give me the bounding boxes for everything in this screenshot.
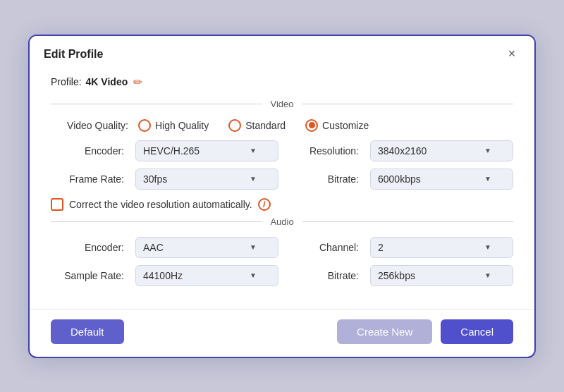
encoder-select[interactable]: HEVC/H.265 ▼: [135, 140, 278, 161]
create-new-button[interactable]: Create New: [337, 319, 432, 344]
samplerate-audiobitrate-row: Sample Rate: 44100Hz ▼ Bitrate: 256kbps …: [51, 265, 513, 286]
encoder-resolution-row: Encoder: HEVC/H.265 ▼ Resolution: 3840x2…: [51, 140, 513, 161]
audio-bitrate-label: Bitrate:: [286, 270, 363, 281]
radio-standard[interactable]: Standard: [228, 119, 286, 132]
edit-icon[interactable]: ✏: [133, 75, 142, 89]
channel-value: 2: [378, 242, 384, 253]
radio-circle-high: [138, 119, 151, 132]
sample-rate-select-box[interactable]: 44100Hz ▼: [135, 265, 278, 286]
dialog-title: Edit Profile: [44, 48, 103, 61]
framerate-bitrate-row: Frame Rate: 30fps ▼ Bitrate: 6000kbps ▼: [51, 169, 513, 190]
correct-resolution-checkbox[interactable]: [51, 198, 63, 211]
encoder-select-box[interactable]: HEVC/H.265 ▼: [135, 140, 278, 161]
radio-circle-standard: [228, 119, 241, 132]
sample-rate-arrow-icon: ▼: [250, 271, 257, 279]
divider-line-right: [302, 104, 514, 104]
audio-divider-line-left: [51, 221, 262, 222]
profile-row: Profile: 4K Video ✏: [51, 75, 513, 89]
profile-name: 4K Video: [86, 76, 128, 87]
audio-encoder-select-box[interactable]: AAC ▼: [135, 237, 278, 258]
radio-label-customize: Customize: [322, 120, 369, 131]
resolution-select[interactable]: 3840x2160 ▼: [370, 140, 513, 161]
video-section-divider: Video: [51, 99, 513, 109]
dialog-footer: Default Create New Cancel: [30, 309, 534, 357]
default-button[interactable]: Default: [51, 319, 124, 344]
resolution-value: 3840x2160: [378, 145, 427, 157]
divider-line-left: [51, 104, 262, 104]
audio-encoder-value: AAC: [143, 242, 164, 253]
resolution-arrow-icon: ▼: [484, 147, 491, 154]
video-quality-radio-group: High Quality Standard Customize: [138, 119, 369, 132]
channel-select[interactable]: 2 ▼: [370, 237, 513, 258]
close-button[interactable]: ×: [503, 46, 520, 63]
radio-high-quality[interactable]: High Quality: [138, 119, 209, 132]
radio-label-high: High Quality: [155, 120, 209, 131]
resolution-select-box[interactable]: 3840x2160 ▼: [370, 140, 513, 161]
audio-bitrate-value: 256kbps: [378, 270, 415, 281]
correct-resolution-label: Correct the video resolution automatical…: [69, 199, 252, 210]
encoder-value: HEVC/H.265: [143, 145, 200, 157]
audio-encoder-channel-row: Encoder: AAC ▼ Channel: 2 ▼: [51, 237, 513, 258]
audio-divider-line-right: [302, 221, 513, 222]
resolution-label: Resolution:: [286, 145, 363, 157]
dialog-body: Profile: 4K Video ✏ Video Video Quality:…: [30, 70, 534, 303]
audio-encoder-select[interactable]: AAC ▼: [135, 237, 278, 258]
video-section-label: Video: [262, 99, 302, 109]
cancel-button[interactable]: Cancel: [441, 319, 513, 344]
video-bitrate-value: 6000kbps: [378, 173, 421, 185]
audio-encoder-arrow-icon: ▼: [250, 243, 257, 251]
profile-label: Profile:: [51, 76, 82, 87]
encoder-arrow-icon: ▼: [250, 147, 257, 154]
audio-bitrate-select[interactable]: 256kbps ▼: [370, 265, 513, 286]
channel-arrow-icon: ▼: [484, 243, 491, 251]
video-bitrate-label: Bitrate:: [286, 173, 363, 185]
correct-resolution-row: Correct the video resolution automatical…: [51, 198, 513, 211]
video-bitrate-select[interactable]: 6000kbps ▼: [370, 169, 513, 190]
frame-rate-label: Frame Rate:: [51, 173, 128, 185]
radio-label-standard: Standard: [245, 120, 286, 131]
framerate-arrow-icon: ▼: [250, 175, 257, 183]
info-icon[interactable]: i: [258, 198, 271, 211]
frame-rate-select[interactable]: 30fps ▼: [135, 169, 278, 190]
video-bitrate-select-box[interactable]: 6000kbps ▼: [370, 169, 513, 190]
radio-circle-customize: [305, 119, 318, 132]
audio-bitrate-select-box[interactable]: 256kbps ▼: [370, 265, 513, 286]
video-quality-label: Video Quality:: [51, 120, 135, 131]
title-bar: Edit Profile ×: [30, 36, 534, 70]
channel-label: Channel:: [286, 242, 363, 253]
audio-encoder-label: Encoder:: [51, 242, 128, 253]
footer-right-buttons: Create New Cancel: [337, 319, 513, 344]
radio-customize[interactable]: Customize: [305, 119, 369, 132]
audio-section-divider: Audio: [51, 216, 513, 227]
encoder-label: Encoder:: [51, 145, 128, 157]
video-bitrate-arrow-icon: ▼: [484, 175, 491, 183]
edit-profile-dialog: Edit Profile × Profile: 4K Video ✏ Video…: [28, 35, 536, 358]
frame-rate-select-box[interactable]: 30fps ▼: [135, 169, 278, 190]
channel-select-box[interactable]: 2 ▼: [370, 237, 513, 258]
sample-rate-value: 44100Hz: [143, 270, 183, 281]
sample-rate-select[interactable]: 44100Hz ▼: [135, 265, 278, 286]
frame-rate-value: 30fps: [143, 173, 167, 185]
audio-bitrate-arrow-icon: ▼: [484, 271, 491, 279]
audio-section-label: Audio: [262, 216, 302, 227]
sample-rate-label: Sample Rate:: [51, 270, 128, 281]
